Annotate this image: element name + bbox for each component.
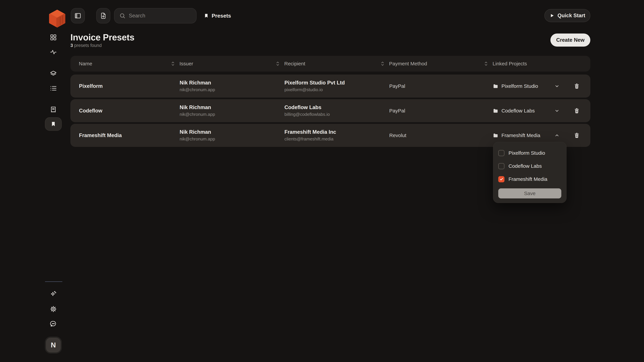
- column-header-payment-method[interactable]: Payment Method: [389, 61, 492, 66]
- grid-icon: [50, 34, 57, 41]
- payment-method: Revolut: [389, 133, 493, 138]
- folder-icon: [493, 133, 498, 138]
- linked-project-label: Pixelform Studio: [502, 83, 538, 89]
- column-header-label: Linked Projects: [492, 61, 527, 66]
- payment-method: PayPal: [389, 83, 493, 89]
- sidebar-item-settings[interactable]: [45, 305, 62, 313]
- issuer-name: Nik Richman: [180, 104, 284, 110]
- search-icon: [119, 12, 126, 19]
- search-input[interactable]: [129, 13, 186, 19]
- bookmark-icon: [204, 13, 209, 18]
- folder-icon: [493, 83, 498, 89]
- app-logo-cube-icon[interactable]: [48, 9, 67, 28]
- activity-pulse-icon: [50, 48, 57, 56]
- chevron-up-icon[interactable]: [553, 131, 561, 139]
- issuer-cell: Nik Richman nik@chronum.app: [180, 104, 284, 117]
- recipient-name: Codeflow Labs: [284, 104, 389, 110]
- linked-project-label: Codeflow Labs: [502, 108, 535, 114]
- column-header-label: Recipient: [284, 61, 305, 66]
- recipient-email: pixelform@studio.io: [284, 87, 389, 92]
- sort-icon[interactable]: [484, 61, 488, 66]
- recipient-cell: Frameshift Media Inc clients@frameshift.…: [284, 129, 389, 142]
- app-root: Presets Quick Start Invoice Presets 3 pr…: [0, 0, 644, 362]
- delete-preset-button[interactable]: [573, 82, 581, 90]
- recipient-name: Pixelform Studio Pvt Ltd: [284, 80, 389, 86]
- issuer-cell: Nik Richman nik@chronum.app: [180, 80, 284, 92]
- sidebar-item-list[interactable]: [45, 85, 62, 92]
- project-option[interactable]: Pixelform Studio: [498, 146, 561, 160]
- gear-icon: [50, 305, 57, 313]
- project-option-label: Pixelform Studio: [508, 150, 545, 156]
- column-header-label: Payment Method: [389, 61, 427, 66]
- table-row: Pixelform Nik Richman nik@chronum.app Pi…: [70, 75, 590, 97]
- delete-preset-button[interactable]: [573, 131, 581, 139]
- sidebar-item-ai-assistant[interactable]: [45, 290, 62, 298]
- sidebar-item-activity[interactable]: [45, 48, 62, 56]
- create-new-label: Create New: [556, 37, 585, 43]
- preset-name: Pixelform: [79, 83, 180, 89]
- layers-icon: [50, 70, 57, 77]
- issuer-name: Nik Richman: [180, 129, 284, 135]
- recipient-cell: Codeflow Labs billing@codeflowlabs.io: [284, 104, 389, 117]
- save-button-label: Save: [524, 191, 536, 196]
- sort-icon[interactable]: [276, 61, 280, 66]
- results-count-suffix: presets found: [73, 43, 102, 48]
- project-option[interactable]: Frameshift Media: [498, 173, 561, 186]
- folder-icon: [493, 108, 498, 114]
- column-header-name[interactable]: Name: [79, 61, 180, 66]
- chat-bubble-icon: [50, 320, 57, 328]
- receipt-icon: [50, 106, 57, 113]
- list-icon: [50, 85, 57, 92]
- quick-start-label: Quick Start: [558, 12, 585, 18]
- linked-projects-popover: Pixelform Studio Codeflow Labs Frameshif…: [493, 142, 566, 203]
- recipient-cell: Pixelform Studio Pvt Ltd pixelform@studi…: [284, 80, 389, 92]
- column-header-label: Name: [79, 61, 92, 66]
- sparkles-icon: [50, 290, 57, 298]
- new-invoice-button[interactable]: [96, 8, 110, 23]
- issuer-name: Nik Richman: [180, 80, 284, 86]
- breadcrumb-label: Presets: [212, 13, 231, 19]
- column-header-issuer[interactable]: Issuer: [180, 61, 284, 66]
- sidebar-item-presets-active[interactable]: [45, 117, 62, 131]
- linked-project-label: Frameshift Media: [502, 133, 540, 138]
- chevron-down-icon[interactable]: [553, 82, 561, 90]
- chevron-down-icon[interactable]: [553, 107, 561, 115]
- sidebar-item-layers[interactable]: [45, 70, 62, 77]
- sidebar-item-dashboard[interactable]: [45, 34, 62, 41]
- sort-icon[interactable]: [380, 61, 385, 66]
- checkbox-unchecked[interactable]: [498, 163, 504, 169]
- save-button[interactable]: Save: [498, 188, 561, 198]
- page-title: Invoice Presets: [70, 32, 134, 42]
- sort-icon[interactable]: [171, 61, 175, 66]
- user-avatar[interactable]: N: [46, 338, 61, 353]
- bookmark-icon: [50, 121, 56, 127]
- column-header-recipient[interactable]: Recipient: [284, 61, 389, 66]
- project-option-label: Frameshift Media: [508, 176, 548, 182]
- column-header-label: Issuer: [180, 61, 193, 66]
- file-plus-icon: [100, 12, 107, 19]
- issuer-cell: Nik Richman nik@chronum.app: [180, 129, 284, 142]
- column-header-linked-projects: Linked Projects: [492, 61, 582, 66]
- sidebar-item-invoices[interactable]: [45, 106, 62, 113]
- quick-start-button[interactable]: Quick Start: [544, 9, 590, 22]
- play-icon: [550, 13, 554, 18]
- linked-projects-cell: Pixelform Studio: [493, 82, 582, 90]
- create-new-button[interactable]: Create New: [550, 33, 590, 46]
- table-header-row: Name Issuer Recipient Payment Method: [70, 56, 590, 71]
- user-avatar-initial: N: [51, 341, 56, 349]
- search-bar[interactable]: [114, 8, 196, 23]
- issuer-email: nik@chronum.app: [180, 87, 284, 92]
- recipient-name: Frameshift Media Inc: [284, 129, 389, 135]
- breadcrumb: Presets: [204, 8, 231, 23]
- sidebar-item-feedback[interactable]: [45, 320, 62, 328]
- project-option[interactable]: Codeflow Labs: [498, 160, 561, 173]
- payment-method: PayPal: [389, 108, 493, 114]
- issuer-email: nik@chronum.app: [180, 136, 284, 142]
- sidebar-toggle-button[interactable]: [71, 8, 85, 23]
- linked-projects-cell: Codeflow Labs: [493, 107, 582, 115]
- checkbox-checked[interactable]: [498, 176, 504, 182]
- checkbox-unchecked[interactable]: [498, 150, 504, 156]
- results-count: 3 presets found: [70, 43, 102, 48]
- delete-preset-button[interactable]: [573, 107, 581, 115]
- preset-name: Codeflow: [79, 108, 180, 114]
